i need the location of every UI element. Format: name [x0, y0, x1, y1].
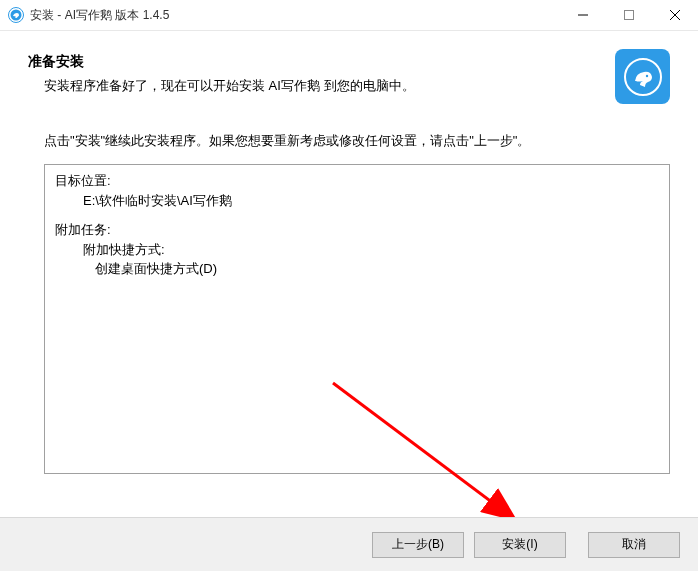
titlebar: 安装 - AI写作鹅 版本 1.4.5	[0, 0, 698, 31]
close-button[interactable]	[652, 0, 698, 31]
app-logo	[615, 49, 670, 104]
titlebar-text: 安装 - AI写作鹅 版本 1.4.5	[30, 7, 560, 24]
dest-label: 目标位置:	[55, 171, 659, 191]
window-controls	[560, 0, 698, 31]
tasks-label: 附加任务:	[55, 220, 659, 240]
minimize-button[interactable]	[560, 0, 606, 31]
desktop-shortcut: 创建桌面快捷方式(D)	[55, 259, 659, 279]
footer: 上一步(B) 安装(I) 取消	[0, 517, 698, 571]
maximize-button[interactable]	[606, 0, 652, 31]
cancel-button[interactable]: 取消	[588, 532, 680, 558]
svg-rect-3	[625, 11, 634, 20]
shortcuts-label: 附加快捷方式:	[55, 240, 659, 260]
content-area: 准备安装 安装程序准备好了，现在可以开始安装 AI写作鹅 到您的电脑中。 点击"…	[0, 31, 698, 474]
page-subheading: 安装程序准备好了，现在可以开始安装 AI写作鹅 到您的电脑中。	[28, 77, 615, 95]
back-button[interactable]: 上一步(B)	[372, 532, 464, 558]
dest-value: E:\软件临时安装\AI写作鹅	[55, 191, 659, 211]
svg-point-7	[645, 74, 647, 76]
app-icon	[8, 7, 24, 23]
summary-box[interactable]: 目标位置: E:\软件临时安装\AI写作鹅 附加任务: 附加快捷方式: 创建桌面…	[44, 164, 670, 474]
page-heading: 准备安装	[28, 53, 615, 71]
install-button[interactable]: 安装(I)	[474, 532, 566, 558]
instruction-text: 点击"安装"继续此安装程序。如果您想要重新考虑或修改任何设置，请点击"上一步"。	[28, 132, 670, 150]
